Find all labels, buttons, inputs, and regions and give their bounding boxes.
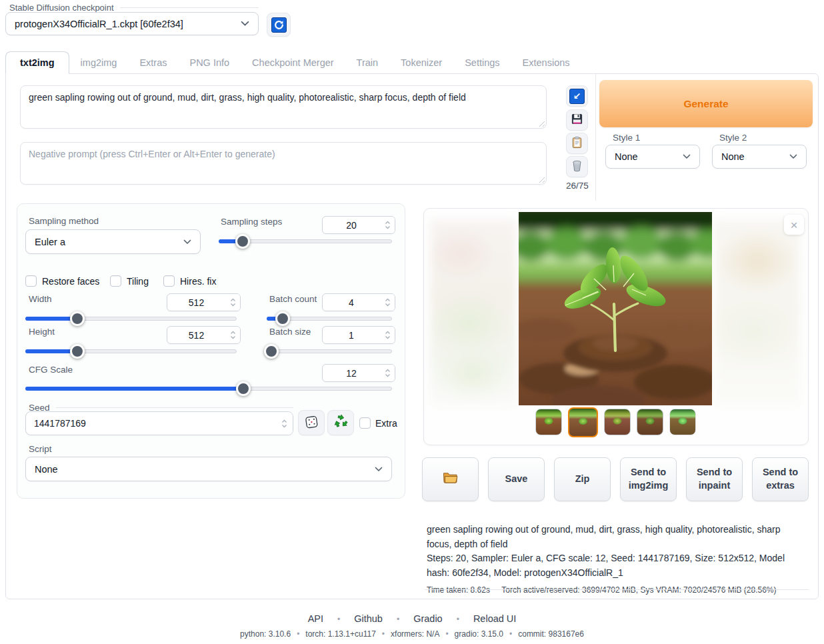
thumbnail-2[interactable] <box>568 407 598 437</box>
folder-icon <box>443 471 458 488</box>
spinner-icon[interactable] <box>225 294 240 311</box>
version-torch: torch: 1.13.1+cu117 <box>291 629 376 639</box>
batch-count-slider[interactable] <box>267 311 392 326</box>
slider-handle[interactable] <box>264 344 279 359</box>
hires-fix-checkbox[interactable] <box>163 275 175 287</box>
cfg-scale-label: CFG Scale <box>29 365 73 375</box>
token-counter: 26/75 <box>564 181 591 191</box>
generated-image[interactable] <box>519 212 712 405</box>
save-style-button[interactable] <box>566 109 588 131</box>
script-label: Script <box>29 444 52 454</box>
slider-handle[interactable] <box>275 311 290 326</box>
reuse-seed-button[interactable] <box>327 410 354 435</box>
close-gallery-button[interactable]: × <box>784 215 804 235</box>
sampling-steps-input[interactable]: 20 <box>322 216 395 234</box>
save-button[interactable]: Save <box>488 457 545 501</box>
style1-select[interactable]: None <box>605 145 700 169</box>
footer: API Github Gradio Reload UI python: 3.10… <box>0 613 824 639</box>
sampling-steps-value: 20 <box>323 217 380 233</box>
slider-track[interactable] <box>267 349 392 353</box>
slider-handle[interactable] <box>70 311 85 326</box>
batch-size-slider[interactable] <box>267 344 392 359</box>
width-slider[interactable] <box>25 311 237 326</box>
refresh-checkpoint-button[interactable] <box>267 13 291 37</box>
chevron-down-icon <box>683 154 691 159</box>
zip-button[interactable]: Zip <box>554 457 611 501</box>
dice-icon <box>305 415 319 431</box>
version-python: python: 3.10.6 <box>240 629 291 639</box>
seed-input[interactable]: 1441787169 <box>25 411 293 435</box>
footer-link-reload-ui[interactable]: Reload UI <box>443 613 517 624</box>
restore-faces-checkbox[interactable] <box>25 275 37 287</box>
tab-tokenizer[interactable]: Tokenizer <box>389 52 453 73</box>
info-divider <box>425 589 809 590</box>
slider-handle[interactable] <box>70 344 85 359</box>
clipboard-icon <box>571 136 583 151</box>
batch-count-label: Batch count <box>269 294 317 304</box>
checkpoint-select[interactable]: protogenX34OfficialR_1.ckpt [60fe2f34] <box>5 12 259 35</box>
random-seed-button[interactable] <box>298 410 325 435</box>
seed-value: 1441787169 <box>26 412 275 435</box>
spinner-icon[interactable] <box>275 412 293 435</box>
height-input[interactable]: 512 <box>167 326 241 344</box>
tab-train[interactable]: Train <box>345 52 390 73</box>
tab-txt2img[interactable]: txt2img <box>5 51 69 74</box>
clear-prompt-button[interactable] <box>566 156 588 177</box>
floppy-disk-icon <box>571 113 583 128</box>
spinner-icon[interactable] <box>380 365 395 381</box>
tab-settings[interactable]: Settings <box>453 52 511 73</box>
footer-link-api[interactable]: API <box>308 613 323 624</box>
thumbnail-5[interactable] <box>669 409 696 435</box>
tab-checkpoint-merger[interactable]: Checkpoint Merger <box>241 52 345 73</box>
gallery-blur-left <box>431 220 516 407</box>
recycle-icon <box>334 415 348 431</box>
hires-fix-label: Hires. fix <box>180 276 216 287</box>
send-to-img2img-button[interactable]: Send to img2img <box>620 457 677 501</box>
tab-png-info[interactable]: PNG Info <box>178 52 241 73</box>
tab-extensions[interactable]: Extensions <box>511 52 581 73</box>
script-select[interactable]: None <box>25 457 392 481</box>
spinner-icon[interactable] <box>380 217 395 233</box>
tiling-checkbox[interactable] <box>110 275 121 287</box>
arrow-down-left-icon: ↙ <box>569 89 585 104</box>
style2-value: None <box>721 151 745 162</box>
sampling-method-select[interactable]: Euler a <box>25 229 201 254</box>
spinner-icon[interactable] <box>380 294 395 311</box>
cfg-scale-slider[interactable] <box>25 381 392 396</box>
style1-value: None <box>615 151 638 162</box>
tab-extras[interactable]: Extras <box>128 52 178 73</box>
thumbnail-3[interactable] <box>604 409 631 435</box>
thumbnail-1[interactable] <box>535 409 562 435</box>
batch-count-value: 4 <box>323 294 380 311</box>
width-input[interactable]: 512 <box>167 293 241 311</box>
height-value: 512 <box>167 327 225 343</box>
footer-link-gradio[interactable]: Gradio <box>383 613 443 624</box>
height-slider[interactable] <box>25 344 237 359</box>
batch-count-input[interactable]: 4 <box>322 293 395 311</box>
prompt-input[interactable]: green sapling rowing out of ground, mud,… <box>20 85 547 129</box>
extra-seed-checkbox[interactable] <box>359 417 371 429</box>
negative-prompt-input[interactable] <box>20 142 547 185</box>
slider-handle[interactable] <box>236 381 251 396</box>
style2-select[interactable]: None <box>712 145 807 169</box>
slider-handle[interactable] <box>235 234 250 249</box>
cfg-scale-value: 12 <box>323 365 380 381</box>
generate-button[interactable]: Generate <box>599 80 813 127</box>
generation-info: green sapling rowing out of ground, mud,… <box>427 523 804 595</box>
slider-fill <box>25 387 243 391</box>
tab-img2img[interactable]: img2img <box>69 52 129 73</box>
apply-style-button[interactable] <box>566 133 588 154</box>
thumbnail-4[interactable] <box>637 409 663 435</box>
read-generation-params-button[interactable]: ↙ <box>566 85 588 107</box>
sampling-method-label: Sampling method <box>29 216 99 226</box>
open-folder-button[interactable] <box>422 457 479 501</box>
spinner-icon[interactable] <box>380 327 395 343</box>
footer-link-github[interactable]: Github <box>323 613 383 624</box>
batch-size-input[interactable]: 1 <box>322 326 395 344</box>
sampling-steps-slider[interactable] <box>219 234 392 249</box>
send-to-inpaint-button[interactable]: Send to inpaint <box>686 457 743 501</box>
version-gradio: gradio: 3.15.0 <box>439 629 503 639</box>
cfg-scale-input[interactable]: 12 <box>322 364 395 382</box>
send-to-extras-button[interactable]: Send to extras <box>752 457 809 501</box>
spinner-icon[interactable] <box>225 327 240 343</box>
